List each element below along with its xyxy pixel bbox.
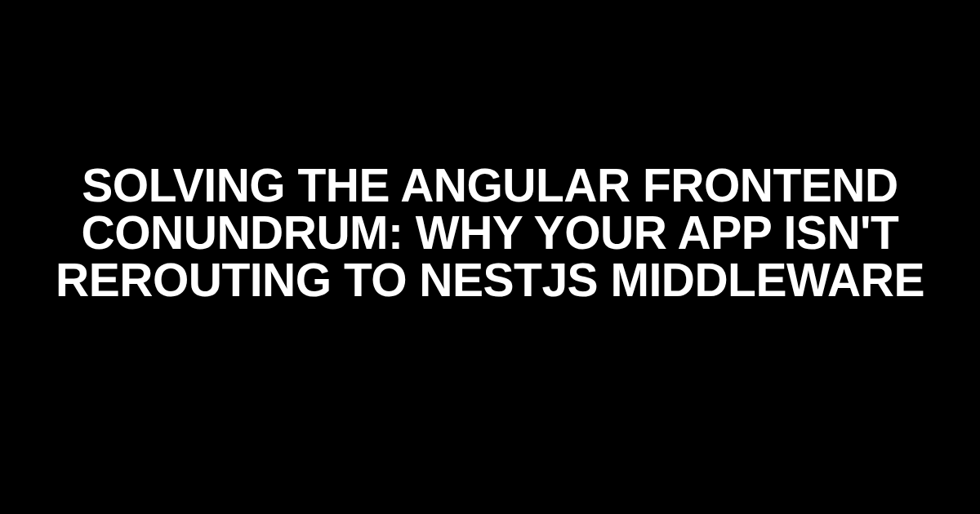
title-container: SOLVING THE ANGULAR FRONTEND CONUNDRUM: … xyxy=(0,162,980,304)
page-title: SOLVING THE ANGULAR FRONTEND CONUNDRUM: … xyxy=(49,162,931,304)
